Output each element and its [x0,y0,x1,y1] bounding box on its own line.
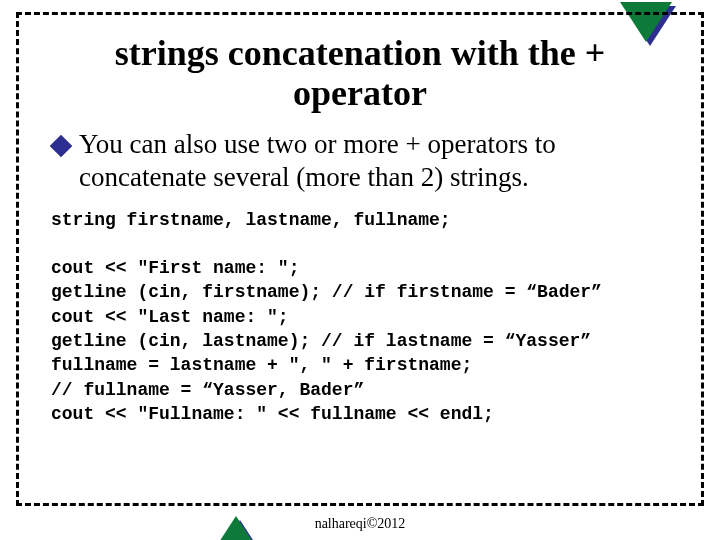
slide-title: strings concatenation with the + operato… [47,33,673,114]
slide-frame: strings concatenation with the + operato… [16,12,704,506]
slide-footer: nalhareqi©2012 [0,516,720,532]
bullet-text: You can also use two or more + operators… [79,128,667,194]
code-block: string firstname, lastname, fullname; co… [51,208,673,427]
bullet-item: You can also use two or more + operators… [53,128,667,194]
diamond-bullet-icon [50,134,73,157]
